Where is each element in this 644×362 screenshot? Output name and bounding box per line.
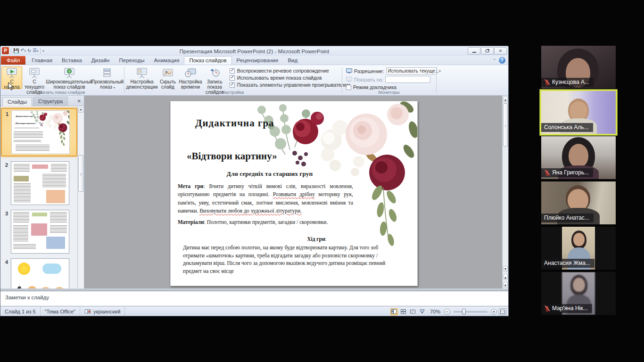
broadcast-slideshow-button[interactable]: Широковещательный показ слайдов: [47, 66, 92, 89]
window-title: Презентация Microsoft PowerPoint (2) - M…: [0, 49, 508, 54]
spellcheck-icon: [84, 309, 91, 314]
zoom-in-button[interactable]: +: [491, 309, 497, 315]
group-label: Мониторы: [342, 90, 436, 95]
checkbox-use-timings[interactable]: ✓ Использовать время показа слайдов: [230, 75, 350, 81]
slide-process-paragraph: Дитина має перед собою полотно, на якому…: [183, 244, 387, 275]
quick-access-toolbar: P 💾 ↶▾ ↻ ☰▾ ▾: [2, 47, 44, 54]
mic-muted-icon: [544, 170, 550, 176]
participant-video-6[interactable]: Мар'яна Нік...: [541, 272, 616, 315]
scroll-up-icon[interactable]: ▲: [503, 97, 508, 102]
customize-qat-icon[interactable]: ▾: [42, 49, 44, 52]
tab-slideshow[interactable]: Показ слайдов: [184, 56, 231, 65]
notes-pane[interactable]: Заметки к слайду: [0, 291, 508, 306]
from-current-slide-button[interactable]: С текущего слайда: [22, 66, 47, 89]
slide-process-heading: Хід гри:: [232, 236, 402, 242]
close-button[interactable]: ✕: [494, 47, 507, 55]
checkbox-show-media-controls[interactable]: ✓ Показать элементы управления проигрыва…: [230, 82, 350, 88]
minimize-button[interactable]: [468, 47, 480, 55]
next-slide-button[interactable]: ▼▼: [503, 282, 508, 288]
reading-view-button[interactable]: [409, 308, 417, 315]
normal-view-button[interactable]: [390, 308, 398, 315]
powerpoint-app-icon[interactable]: P: [2, 47, 9, 54]
slide-title: Дидактична гра: [195, 117, 274, 129]
participant-name: Анастасия Жма...: [544, 260, 590, 266]
group-label: Настройка: [124, 90, 341, 95]
zoom-percent[interactable]: 70%: [430, 309, 440, 314]
bullets-icon[interactable]: ☰▾: [33, 47, 38, 54]
cloud-drawing: [42, 263, 61, 274]
theme-name[interactable]: "Тема Office": [41, 306, 80, 316]
group-label: Начать показ слайдов: [0, 90, 124, 95]
tab-home[interactable]: Главная: [27, 57, 57, 65]
ribbon: С начала С текущего слайда Широковещател…: [0, 65, 508, 96]
participant-name: Солонська Аль...: [544, 124, 589, 131]
shared-screen-meeting-view: P 💾 ↶▾ ↻ ☰▾ ▾ Презентация Microsoft Powe…: [0, 0, 644, 362]
previous-slide-button[interactable]: ▲▲: [503, 274, 508, 280]
rehearse-timings-button[interactable]: Настройка времени: [177, 66, 204, 89]
ribbon-tab-strip: Файл Главная Вставка Дизайн Переходы Ани…: [0, 56, 508, 65]
mouse-cursor: [8, 82, 14, 90]
slide-materials-line: Матеріали: Полотно, картинки предметів, …: [178, 219, 357, 225]
hide-slide-button[interactable]: Скрыть слайд: [158, 66, 177, 89]
participant-video-4[interactable]: Плюйко Анатас...: [541, 181, 616, 224]
tab-view[interactable]: Вид: [283, 57, 302, 65]
slide-thumbnail-4[interactable]: 4: [2, 258, 77, 288]
slide-canvas[interactable]: Дидактична гра «Відтвори картину» Для се…: [170, 101, 418, 286]
status-bar: Слайд 1 из 5 "Тема Office" украинский 70…: [0, 306, 508, 316]
collapse-ribbon-icon[interactable]: ⌃: [493, 58, 496, 63]
slide-subtitle: Для середніх та старших груп: [171, 170, 369, 178]
fit-to-window-button[interactable]: [499, 308, 506, 315]
participant-strip: Кузнєцова А... Солонська Аль... Яна Григ…: [541, 46, 616, 317]
editor-scrollbar[interactable]: ▲ ▼ ▲▲ ▼▼: [502, 96, 508, 288]
restore-button[interactable]: [481, 47, 494, 55]
participant-name: Мар'яна Нік...: [552, 305, 588, 312]
slide-sorter-view-button[interactable]: [400, 308, 407, 315]
show-on-dropdown[interactable]: ▾: [385, 76, 430, 83]
slide-counter: Слайд 1 из 5: [0, 306, 41, 316]
tab-insert[interactable]: Вставка: [57, 57, 87, 65]
tab-slides-panel[interactable]: Слайды: [2, 97, 32, 106]
tab-review[interactable]: Рецензирование: [232, 57, 283, 65]
participant-video-2[interactable]: Солонська Аль...: [541, 91, 616, 134]
slides-panel: Слайды Структура ✕ 1 Дидактична гра «Від…: [0, 96, 84, 288]
resolution-dropdown[interactable]: Использовать текуще...▾: [386, 67, 437, 74]
slide-thumbnail-1[interactable]: 1 Дидактична гра «Відтвори картину»: [1, 108, 77, 156]
resolution-label: Разрешение:: [354, 68, 384, 74]
slide-thumbnail-2[interactable]: 2: [2, 161, 77, 205]
zoom-slider-handle[interactable]: [462, 309, 466, 314]
participant-video-3[interactable]: Яна Григорь...: [541, 136, 616, 179]
slide-title-2: «Відтвори картину»: [187, 150, 277, 162]
redo-icon[interactable]: ↻: [27, 48, 31, 54]
setup-slideshow-button[interactable]: Настройка демонстрации: [125, 66, 158, 89]
group-monitors: Разрешение: Использовать текуще...▾ Пока…: [342, 65, 437, 95]
help-icon[interactable]: ?: [499, 57, 505, 64]
zoom-slider[interactable]: [454, 311, 487, 313]
custom-slideshow-button[interactable]: Произвольный показ ▾: [92, 66, 123, 89]
save-icon[interactable]: 💾: [13, 48, 19, 54]
tab-outline-panel[interactable]: Структура: [33, 97, 68, 106]
mic-muted-icon: [544, 305, 550, 312]
tab-design[interactable]: Дизайн: [87, 57, 115, 65]
panel-scrollbar[interactable]: ▲: [77, 106, 84, 288]
slideshow-view-button[interactable]: [419, 308, 426, 315]
participant-name: Плюйко Анатас...: [544, 214, 589, 221]
slide-editor-area: Дидактична гра «Відтвори картину» Для се…: [84, 96, 508, 288]
undo-icon[interactable]: ↶▾: [20, 47, 25, 54]
record-slideshow-button[interactable]: Запись показа слайдов ▾: [204, 66, 226, 89]
zoom-out-button[interactable]: −: [444, 309, 450, 315]
scroll-up-icon[interactable]: ▲: [78, 107, 83, 113]
scroll-down-icon[interactable]: ▼: [503, 266, 508, 272]
close-panel-icon[interactable]: ✕: [77, 99, 81, 104]
slide-thumbnail-3[interactable]: 3: [2, 210, 77, 254]
tab-file[interactable]: Файл: [1, 56, 25, 65]
participant-name: Кузнєцова А...: [552, 79, 589, 85]
participant-video-5[interactable]: Анастасия Жма...: [541, 227, 616, 270]
spellcheck-language[interactable]: украинский: [80, 306, 125, 316]
tab-animations[interactable]: Анимация: [149, 57, 184, 65]
tab-transitions[interactable]: Переходы: [114, 57, 149, 65]
checkbox-play-narrations[interactable]: ✓ Воспроизвести речевое сопровождение: [230, 68, 350, 74]
group-setup: Настройка демонстрации Скрыть слайд Наст…: [124, 65, 342, 95]
from-beginning-button[interactable]: С начала: [1, 66, 22, 89]
group-start-slideshow: С начала С текущего слайда Широковещател…: [0, 65, 124, 95]
participant-video-1[interactable]: Кузнєцова А...: [541, 46, 616, 89]
